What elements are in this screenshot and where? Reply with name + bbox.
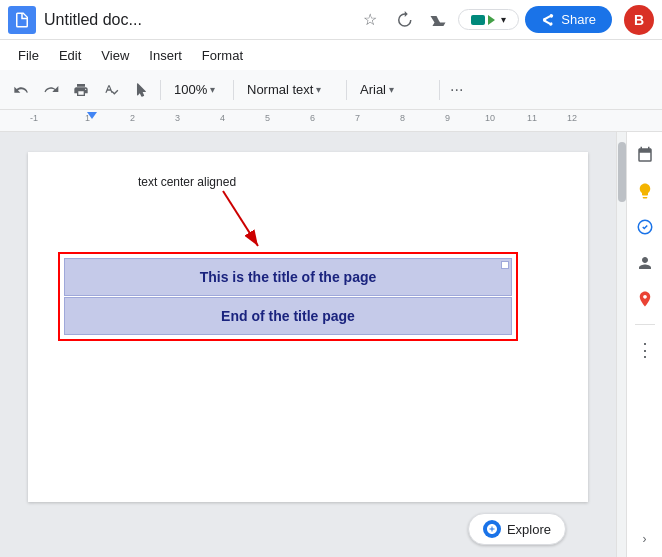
star-icon[interactable]: ☆ [356,6,384,34]
sidebar-contacts-icon[interactable] [630,248,660,278]
separator-4 [439,80,440,100]
ruler-marker: 4 [220,113,225,123]
document-area[interactable]: text center aligned This is the title of… [0,132,616,557]
right-sidebar: ⋮ › [626,132,662,557]
ruler-marker: 2 [130,113,135,123]
selection-box: This is the title of the page End of the… [58,252,518,341]
ruler-marker: 11 [527,113,537,123]
ruler-marker: 6 [310,113,315,123]
main-layout: text center aligned This is the title of… [0,132,662,557]
font-chevron: ▾ [389,84,394,95]
separator-1 [160,80,161,100]
menu-bar: File Edit View Insert Format [0,40,662,70]
title-icons: ☆ ▾ Share B [356,5,654,35]
ruler-marker: 10 [485,113,495,123]
annotation-arrow [218,186,288,266]
style-selector[interactable]: Normal text ▾ [240,79,340,100]
font-selector[interactable]: Arial ▾ [353,79,433,100]
meet-button[interactable]: ▾ [458,9,519,30]
ruler-marker: 12 [567,113,577,123]
style-value: Normal text [247,82,313,97]
title-row-1[interactable]: This is the title of the page [64,258,512,296]
history-icon[interactable] [390,6,418,34]
font-value: Arial [360,82,386,97]
ruler-marker: -1 [30,113,38,123]
ruler-marker: 8 [400,113,405,123]
scrollbar-thumb[interactable] [618,142,626,202]
redo-button[interactable] [38,77,64,103]
ruler-triangle [87,112,97,119]
zoom-value: 100% [174,82,207,97]
sidebar-divider [635,324,655,325]
scrollbar[interactable] [616,132,626,557]
spellcheck-button[interactable] [98,77,124,103]
menu-file[interactable]: File [10,44,47,67]
sidebar-expand-button[interactable]: › [635,529,655,549]
zoom-chevron: ▾ [210,84,215,95]
row-corner-handle [501,261,509,269]
menu-insert[interactable]: Insert [141,44,190,67]
separator-3 [346,80,347,100]
title-row-2[interactable]: End of the title page [64,297,512,335]
style-chevron: ▾ [316,84,321,95]
toolbar-more-button[interactable]: ··· [446,79,467,101]
ruler-marker: 3 [175,113,180,123]
print-button[interactable] [68,77,94,103]
sidebar-keep-icon[interactable] [630,212,660,242]
explore-button[interactable]: Explore [468,513,566,545]
title-bar: Untitled doc... ☆ ▾ Share B [0,0,662,40]
sidebar-calendar-icon[interactable] [630,140,660,170]
document-page: text center aligned This is the title of… [28,152,588,502]
ruler: -1 1 2 3 4 5 6 7 8 9 10 11 12 [0,110,662,132]
share-button[interactable]: Share [525,6,612,33]
ruler-marker: 9 [445,113,450,123]
svg-line-1 [223,191,258,246]
pointer-button[interactable] [128,77,154,103]
explore-icon [483,520,501,538]
doc-app-icon[interactable] [8,6,36,34]
meet-icon [471,15,495,25]
undo-button[interactable] [8,77,34,103]
sidebar-more-button[interactable]: ⋮ [630,335,660,365]
user-avatar[interactable]: B [624,5,654,35]
menu-edit[interactable]: Edit [51,44,89,67]
ruler-marker: 7 [355,113,360,123]
drive-icon[interactable] [424,6,452,34]
sidebar-ideas-icon[interactable] [630,176,660,206]
annotation-container: text center aligned [138,172,236,190]
share-label: Share [561,12,596,27]
zoom-selector[interactable]: 100% ▾ [167,79,227,100]
separator-2 [233,80,234,100]
title-row-1-text: This is the title of the page [200,269,377,285]
sidebar-maps-icon[interactable] [630,284,660,314]
title-row-2-text: End of the title page [221,308,355,324]
document-title[interactable]: Untitled doc... [44,11,356,29]
ruler-marker: 5 [265,113,270,123]
explore-label: Explore [507,522,551,537]
menu-format[interactable]: Format [194,44,251,67]
toolbar: 100% ▾ Normal text ▾ Arial ▾ ··· [0,70,662,110]
menu-view[interactable]: View [93,44,137,67]
ruler-content: -1 1 2 3 4 5 6 7 8 9 10 11 12 [15,110,647,131]
